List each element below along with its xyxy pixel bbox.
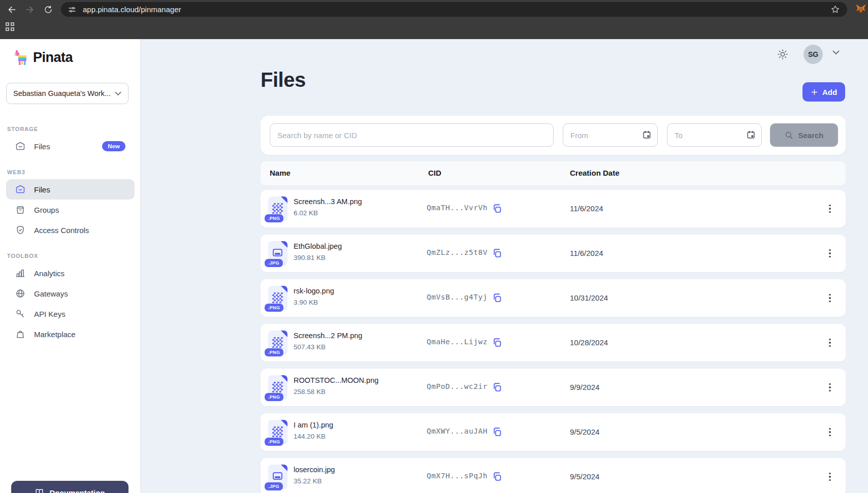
new-badge: New: [102, 141, 125, 151]
copy-icon: [492, 248, 503, 259]
row-menu-button[interactable]: [823, 247, 837, 260]
sidebar-item-marketplace[interactable]: Marketplace: [6, 324, 135, 344]
account-menu-chevron[interactable]: [832, 50, 840, 55]
sidebar-item-label: API Keys: [34, 310, 66, 318]
kebab-icon: [829, 205, 831, 207]
file-type-badge: .JPG: [265, 482, 283, 490]
sun-icon: [777, 48, 789, 60]
creation-date: 10/28/2024: [570, 338, 608, 347]
sidebar-item-api-keys[interactable]: API Keys: [6, 304, 135, 324]
file-icon: .JPG: [268, 241, 287, 266]
file-type-badge: .JPG: [265, 259, 283, 267]
file-cid: QmXWY...auJAH: [427, 427, 488, 435]
globe-icon: [15, 288, 25, 299]
add-button[interactable]: Add: [802, 82, 845, 102]
table-row[interactable]: .PNG rsk-logo.png 3.90 KB QmVsB...g4Tyj …: [261, 279, 846, 317]
file-name: EthGlobal.jpeg: [294, 242, 342, 250]
metamask-extension-icon[interactable]: [855, 4, 866, 14]
table-row[interactable]: .JPG EthGlobal.jpeg 390.81 KB QmZLz...z5…: [261, 235, 846, 272]
row-menu-button[interactable]: [823, 202, 837, 215]
table-row[interactable]: .JPG losercoin.jpg 35.22 KB QmX7H...sPqJ…: [261, 458, 846, 493]
nav-section-label: STORAGE: [7, 126, 135, 132]
column-creation-date: Creation Date: [570, 169, 620, 177]
copy-cid-button[interactable]: [492, 292, 504, 304]
table-row[interactable]: .PNG I am (1).png 144.20 KB QmXWY...auJA…: [261, 413, 846, 451]
pinata-llama-icon: [14, 49, 28, 65]
copy-cid-button[interactable]: [492, 471, 504, 483]
copy-cid-button[interactable]: [492, 203, 504, 215]
shield-check-icon: [15, 225, 25, 235]
groups-icon: [15, 205, 25, 215]
chevron-down-icon: [832, 50, 840, 55]
row-menu-button[interactable]: [823, 470, 837, 483]
creation-date: 11/6/2024: [570, 249, 603, 257]
documentation-button[interactable]: Documentation: [11, 481, 128, 493]
marketplace-icon: [15, 329, 25, 339]
copy-cid-button[interactable]: [492, 381, 504, 393]
file-name: Screensh...3 AM.png: [294, 198, 362, 206]
to-date-field: [667, 123, 762, 147]
table-row[interactable]: .PNG Screensh...2 PM.png 507.43 KB QmaHe…: [261, 324, 846, 361]
sidebar-item-files-storage[interactable]: FilesNew: [6, 136, 135, 156]
calendar-icon[interactable]: [642, 130, 652, 140]
forward-button[interactable]: [23, 3, 37, 16]
search-button[interactable]: Search: [770, 123, 838, 147]
file-size: 3.90 KB: [294, 299, 318, 306]
search-input[interactable]: [270, 123, 554, 147]
reload-button[interactable]: [42, 3, 55, 16]
row-menu-button[interactable]: [823, 291, 837, 305]
avatar[interactable]: SG: [803, 45, 823, 64]
file-type-badge: .PNG: [265, 214, 283, 222]
forward-arrow-icon: [25, 5, 35, 15]
file-size: 144.20 KB: [294, 433, 326, 440]
sidebar-nav: STORAGEFilesNewWEB3FilesGroupsAccess Con…: [6, 113, 135, 344]
sidebar-item-gateways[interactable]: Gateways: [6, 283, 135, 304]
sidebar-item-analytics[interactable]: Analytics: [6, 263, 135, 283]
apps-grid-icon[interactable]: [6, 22, 14, 31]
workspace-label: Sebastian Guaqueta's Work...: [13, 89, 111, 97]
url-text: app.pinata.cloud/pinmanager: [83, 5, 181, 14]
file-name: I am (1).png: [294, 421, 333, 429]
bookmark-star-icon[interactable]: [830, 5, 840, 14]
file-cid: QmaHe...Lijwz: [427, 338, 488, 346]
copy-cid-button[interactable]: [492, 337, 504, 349]
site-settings-tune-icon[interactable]: [68, 5, 77, 14]
copy-cid-button[interactable]: [492, 247, 504, 259]
file-size: 390.81 KB: [294, 254, 326, 261]
file-size: 507.43 KB: [294, 343, 326, 351]
theme-toggle[interactable]: [776, 47, 790, 61]
workspace-select[interactable]: Sebastian Guaqueta's Work...: [6, 83, 128, 104]
sidebar-item-label: Files: [34, 185, 50, 194]
file-name: ROOTSTOC...MOON.png: [294, 376, 378, 384]
row-menu-button[interactable]: [823, 425, 837, 439]
file-cid: QmX7H...sPqJh: [427, 472, 488, 480]
table-row[interactable]: .PNG ROOTSTOC...MOON.png 258.58 KB QmPoD…: [261, 369, 846, 406]
file-icon: .PNG: [268, 331, 287, 355]
sidebar-item-label: Access Controls: [34, 226, 89, 235]
copy-cid-button[interactable]: [492, 426, 504, 438]
copy-icon: [492, 337, 503, 348]
calendar-icon[interactable]: [746, 130, 756, 140]
row-menu-button[interactable]: [823, 381, 837, 394]
file-type-badge: .PNG: [265, 304, 283, 312]
sidebar-item-groups[interactable]: Groups: [6, 200, 135, 220]
row-menu-button[interactable]: [823, 336, 837, 349]
sidebar-item-label: Gateways: [34, 289, 68, 298]
back-button[interactable]: [5, 3, 18, 16]
chevron-down-icon: [115, 91, 121, 96]
from-date-field: [563, 123, 658, 147]
file-type-badge: .PNG: [265, 348, 283, 356]
analytics-icon: [15, 268, 25, 278]
column-name: Name: [270, 169, 291, 177]
sidebar-item-access-controls[interactable]: Access Controls: [6, 220, 135, 240]
pinata-wordmark: Pinata: [33, 50, 73, 65]
avatar-initials: SG: [808, 50, 818, 58]
file-size: 6.02 KB: [294, 209, 318, 217]
page-title: Files: [261, 69, 306, 91]
file-type-badge: .PNG: [265, 438, 283, 446]
sidebar: Pinata Sebastian Guaqueta's Work... STOR…: [0, 39, 141, 493]
table-header: Name CID Creation Date: [261, 161, 846, 185]
table-row[interactable]: .PNG Screensh...3 AM.png 6.02 KB QmaTH..…: [261, 190, 846, 227]
sidebar-item-files[interactable]: Files: [6, 179, 135, 200]
url-bar[interactable]: app.pinata.cloud/pinmanager: [61, 2, 847, 17]
